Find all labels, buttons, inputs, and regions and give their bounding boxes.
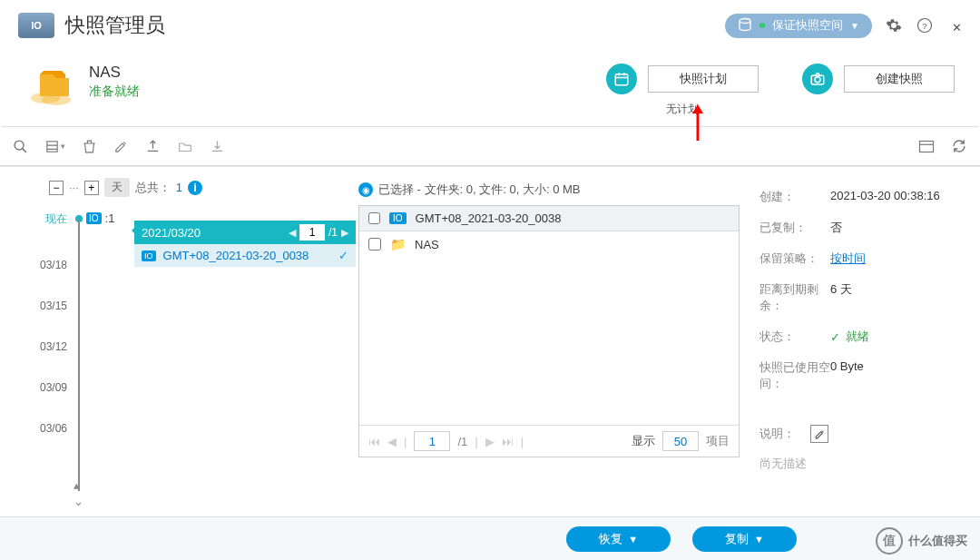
list-icon xyxy=(44,139,60,154)
first-page-button[interactable]: ⏮ xyxy=(368,435,380,448)
create-icon-button[interactable] xyxy=(802,64,833,94)
page-input[interactable] xyxy=(299,224,325,241)
prev-page-button[interactable]: ◀ xyxy=(387,435,397,448)
settings-button[interactable] xyxy=(885,16,903,34)
restore-button[interactable]: 恢复▼ xyxy=(566,526,671,552)
resource-name: NAS xyxy=(89,64,140,82)
refresh-icon xyxy=(951,138,967,154)
gear-icon xyxy=(886,17,902,34)
next-page-button[interactable]: ▶ xyxy=(485,435,495,448)
check-icon: ✓ xyxy=(338,249,348,262)
snapshot-tag-icon: IO xyxy=(86,212,102,224)
chevron-down-icon: ▼ xyxy=(850,21,859,31)
status-label: 状态： xyxy=(760,329,830,345)
prev-page-icon[interactable]: ◀ xyxy=(289,227,296,239)
snapshot-item-name: GMT+08_2021-03-20_0038 xyxy=(163,249,309,262)
select-all-checkbox[interactable] xyxy=(368,212,380,224)
status-dot-icon xyxy=(760,23,765,28)
info-button[interactable]: i xyxy=(188,181,202,195)
replicated-value: 否 xyxy=(830,220,958,236)
snapshot-item[interactable]: IO GMT+08_2021-03-20_0038 ✓ xyxy=(134,244,356,267)
annotation-arrow-icon xyxy=(690,104,706,143)
items-label: 项目 xyxy=(706,433,730,449)
resource-status: 准备就绪 xyxy=(89,84,140,100)
svg-rect-10 xyxy=(920,141,934,152)
no-description-text: 尚无描述 xyxy=(760,450,958,477)
timeline-tick: 03/15 xyxy=(40,300,67,312)
view-mode-button[interactable]: ▾ xyxy=(44,139,65,154)
file-name: NAS xyxy=(415,238,439,251)
folder-icon: 📁 xyxy=(390,237,406,251)
collapse-button[interactable]: − xyxy=(49,181,64,195)
resource-icon xyxy=(25,64,76,107)
folder-open-icon xyxy=(177,139,193,154)
edit-button[interactable] xyxy=(113,139,129,154)
snapshot-tag-icon: IO xyxy=(142,251,156,261)
status-value: ✓就绪 xyxy=(830,329,958,345)
scroll-down-button[interactable]: ⌄ xyxy=(74,495,83,508)
page-size-input[interactable] xyxy=(662,431,699,451)
snapshot-card-header[interactable]: 2021/03/20 ◀ /1 ▶ xyxy=(134,221,356,244)
timeline-tick: 03/18 xyxy=(40,259,67,271)
edit-description-button[interactable] xyxy=(810,425,828,443)
window-icon xyxy=(918,140,935,153)
svg-text:?: ? xyxy=(922,21,927,31)
page-total: /1 xyxy=(328,226,338,239)
search-button[interactable] xyxy=(13,139,28,154)
help-button[interactable]: ? xyxy=(916,16,934,34)
close-button[interactable]: ✕ xyxy=(952,15,962,36)
policy-value-link[interactable]: 按时间 xyxy=(830,251,958,267)
scroll-up-icon: ▴ xyxy=(74,478,80,492)
export-button[interactable] xyxy=(145,139,161,154)
location-icon: ◉ xyxy=(358,182,373,197)
info-icon: i xyxy=(193,181,197,194)
delete-button[interactable] xyxy=(82,139,97,154)
file-browser-title: GMT+08_2021-03-20_0038 xyxy=(416,211,562,225)
day-scale-button[interactable]: 天 xyxy=(104,178,130,197)
next-page-icon[interactable]: ▶ xyxy=(341,227,348,239)
snapshot-date: 2021/03/20 xyxy=(142,226,201,240)
created-label: 创建： xyxy=(760,189,830,205)
timeline-tick: 03/09 xyxy=(40,381,67,394)
created-value: 2021-03-20 00:38:16 xyxy=(830,189,958,205)
upload-icon xyxy=(145,139,161,154)
row-checkbox[interactable] xyxy=(368,238,381,251)
svg-point-7 xyxy=(815,77,820,83)
file-browser-header[interactable]: IO GMT+08_2021-03-20_0038 xyxy=(359,206,739,231)
create-snapshot-button[interactable]: 创建快照 xyxy=(844,65,955,93)
file-browser: IO GMT+08_2021-03-20_0038 📁 NAS ⏮ ◀ | /1… xyxy=(358,205,740,457)
file-row[interactable]: 📁 NAS xyxy=(359,231,739,257)
schedule-icon-button[interactable] xyxy=(606,64,637,94)
watermark: 值 什么值得买 xyxy=(876,527,967,555)
chevron-down-icon: ▾ xyxy=(61,142,65,151)
camera-icon xyxy=(809,71,826,87)
pencil-icon xyxy=(113,139,129,154)
expire-label: 距离到期剩余： xyxy=(760,281,830,314)
last-page-button[interactable]: ⏭ xyxy=(502,435,514,448)
snapshot-schedule-button[interactable]: 快照计划 xyxy=(648,65,759,93)
guarantee-space-dropdown[interactable]: 保证快照空间 ▼ xyxy=(725,14,872,38)
watermark-badge-icon: 值 xyxy=(876,527,903,555)
search-icon xyxy=(13,139,28,154)
open-folder-button[interactable] xyxy=(177,139,193,154)
svg-point-0 xyxy=(740,18,750,23)
refresh-button[interactable] xyxy=(951,138,967,154)
page-input[interactable] xyxy=(414,431,450,451)
timeline-marker[interactable]: IO :1 xyxy=(75,211,114,225)
used-label: 快照已使用空间： xyxy=(760,359,830,392)
close-icon: ✕ xyxy=(952,21,962,34)
download-button[interactable] xyxy=(210,139,225,154)
marker-count: :1 xyxy=(105,211,115,225)
window-view-button[interactable] xyxy=(918,140,935,153)
copy-button[interactable]: 复制▼ xyxy=(692,526,797,552)
app-title: 快照管理员 xyxy=(65,12,165,39)
download-icon xyxy=(210,139,225,154)
svg-point-8 xyxy=(15,141,24,150)
timeline-tick: 03/06 xyxy=(40,422,67,435)
app-logo: IO xyxy=(18,13,54,38)
description-label: 说明： xyxy=(760,426,810,442)
used-value: 0 Byte xyxy=(830,359,958,392)
svg-rect-9 xyxy=(47,141,57,151)
expand-button[interactable]: + xyxy=(84,181,99,195)
svg-rect-5 xyxy=(615,74,628,85)
